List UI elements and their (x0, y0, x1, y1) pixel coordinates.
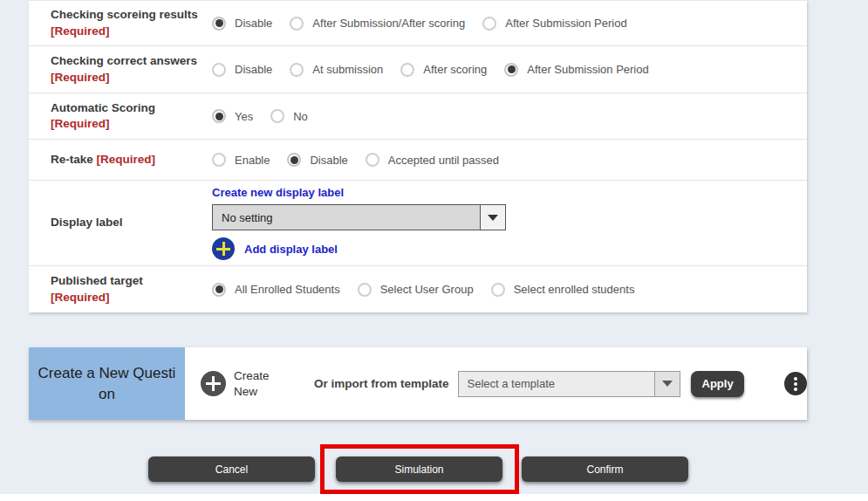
radio-icon[interactable] (504, 63, 518, 77)
import-from-template-label: Or import from template (314, 377, 449, 390)
radio-icon[interactable] (212, 109, 226, 123)
radio-option-after-submission-period[interactable]: After Submission Period (504, 63, 648, 77)
radio-icon[interactable] (270, 109, 284, 123)
template-select[interactable]: Select a template (458, 371, 680, 397)
row-label: Checking correct answers [Required] (29, 45, 212, 93)
required-badge: [Required] (97, 153, 156, 166)
radio-icon[interactable] (212, 283, 226, 297)
radio-icon[interactable] (491, 283, 505, 297)
row-label: Automatic Scoring [Required] (29, 92, 212, 141)
radio-option-disable[interactable]: Disable (287, 153, 347, 167)
create-new-display-label-link[interactable]: Create new display label (212, 186, 344, 199)
field-label: Checking correct answers (51, 54, 197, 67)
plus-icon[interactable] (201, 371, 226, 396)
radio-option-all-enrolled-students[interactable]: All Enrolled Students (212, 283, 340, 297)
select-value: No setting (213, 205, 480, 230)
radio-option-enable[interactable]: Enable (212, 153, 270, 167)
add-display-label-text: Add display label (244, 243, 338, 256)
radio-option-no[interactable]: No (270, 109, 308, 123)
radio-icon[interactable] (287, 153, 301, 167)
display-label-select[interactable]: No setting (212, 204, 506, 230)
add-display-label-button[interactable]: Add display label (212, 237, 338, 260)
field-label: Re-take (51, 153, 93, 166)
radio-icon[interactable] (290, 63, 304, 77)
plus-icon[interactable] (212, 237, 235, 260)
row-label: Published target [Required] (29, 264, 212, 313)
cancel-button[interactable]: Cancel (148, 456, 315, 482)
row-display-label: Display label Create new display label N… (29, 181, 807, 266)
chevron-down-icon[interactable] (654, 372, 680, 396)
row-label: Re-take [Required] (29, 143, 212, 176)
radio-icon[interactable] (366, 153, 379, 167)
create-new-label: Create New (234, 368, 279, 399)
radio-option-disable[interactable]: Disable (212, 63, 272, 77)
field-label: Automatic Scoring (51, 101, 155, 114)
required-badge: [Required] (51, 71, 110, 84)
radio-icon[interactable] (400, 63, 414, 77)
create-question-section: Create a New Question Create New Or impo… (29, 347, 807, 420)
kebab-menu-icon[interactable] (784, 372, 807, 395)
simulation-button[interactable]: Simulation (336, 456, 502, 482)
radio-option-after-submission-after-scoring[interactable]: After Submission/After scoring (290, 17, 465, 31)
radio-option-after-scoring[interactable]: After scoring (400, 63, 487, 77)
apply-button[interactable]: Apply (691, 371, 744, 397)
radio-option-accepted-until-passed[interactable]: Accepted until passed (366, 153, 499, 167)
row-label: Display label (29, 206, 212, 239)
required-badge: [Required] (51, 24, 110, 38)
section-title: Create a New Question (29, 347, 185, 420)
exam-settings-panel: Checking scoreing results [Required] Dis… (29, 0, 807, 312)
radio-icon[interactable] (212, 63, 226, 77)
row-label: Checking scoreing results [Required] (29, 0, 212, 48)
row-published-target: Published target [Required] All Enrolled… (29, 266, 807, 312)
field-label: Published target (51, 274, 143, 287)
required-badge: [Required] (51, 117, 110, 130)
field-label: Display label (51, 216, 123, 229)
radio-icon[interactable] (212, 17, 226, 31)
field-label: Checking scoreing results (51, 8, 198, 21)
row-retake: Re-take [Required] Enable Disable Accept… (29, 140, 807, 181)
select-value: Select a template (459, 372, 654, 396)
row-automatic-scoring: Automatic Scoring [Required] Yes No (29, 93, 807, 140)
row-checking-scoring-results: Checking scoreing results [Required] Dis… (29, 1, 807, 46)
radio-option-disable[interactable]: Disable (212, 17, 272, 31)
row-checking-correct-answers: Checking correct answers [Required] Disa… (29, 46, 807, 93)
radio-icon[interactable] (358, 283, 372, 297)
radio-option-after-submission-period[interactable]: After Submission Period (482, 17, 626, 31)
radio-icon[interactable] (482, 17, 496, 31)
radio-option-at-submission[interactable]: At submission (290, 63, 383, 77)
required-badge: [Required] (51, 291, 110, 304)
radio-option-select-user-group[interactable]: Select User Group (358, 283, 474, 297)
radio-option-yes[interactable]: Yes (212, 109, 253, 123)
radio-icon[interactable] (290, 17, 304, 31)
chevron-down-icon[interactable] (480, 205, 505, 230)
confirm-button[interactable]: Confirm (522, 456, 688, 482)
create-new-button[interactable]: Create New (201, 368, 279, 399)
radio-icon[interactable] (212, 153, 226, 167)
radio-option-select-enrolled-students[interactable]: Select enrolled students (491, 283, 635, 297)
